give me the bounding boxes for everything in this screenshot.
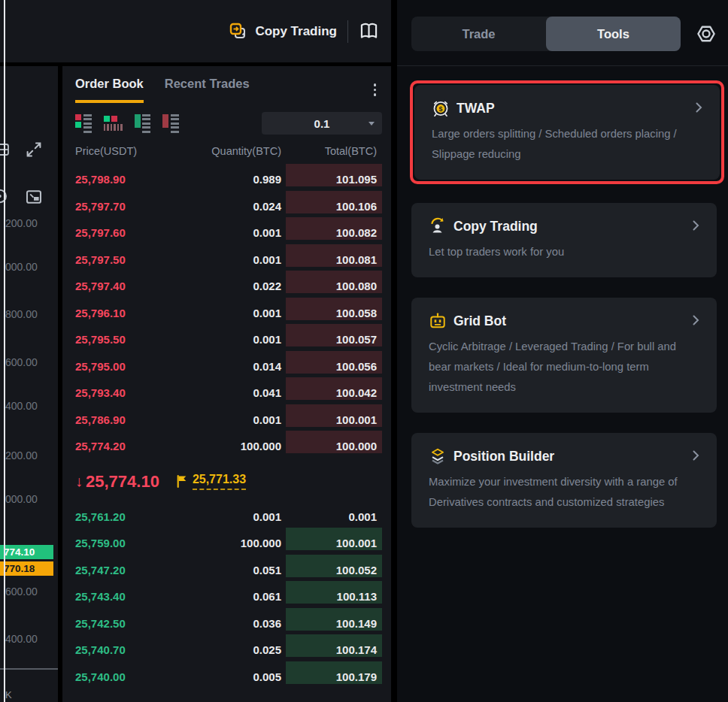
last-price-value: 25,774.10 [86,472,159,492]
orderbook-panel: Order Book Recent Trades [62,66,391,702]
card-description: Cyclic Arbitrage / Leveraged Trading / F… [429,337,699,398]
price-cell: 25,795.50 [75,333,193,346]
settings-gear-icon[interactable] [695,23,717,45]
tools-card-list: $ TWAP Large orders splitting / Schedule… [397,66,728,702]
last-price-axis-badge: 774.10 [0,545,53,559]
ask-row[interactable]: 25,797.400.022100.080 [62,273,391,300]
tools-panel-header: Trade Tools [397,0,728,66]
quantity-cell: 0.001 [193,413,281,426]
bid-row[interactable]: 25,742.500.036100.149 [62,610,391,637]
ask-row[interactable]: 25,797.500.001100.081 [62,247,391,274]
arrow-down-icon: ↓ [75,473,83,490]
ask-row[interactable]: 25,797.600.001100.082 [62,219,391,247]
orderbook-layout-default-icon[interactable] [75,114,92,133]
ask-row[interactable]: 25,798.900.989101.095 [62,166,391,193]
copy-trading-card-icon [429,217,447,235]
volume-axis-label: K [5,689,12,700]
price-axis-label: 400.00 [5,400,38,412]
total-cell: 100.001 [281,537,382,549]
chevron-right-icon [692,101,705,114]
tab-tools[interactable]: Tools [546,17,681,51]
card-position-builder[interactable]: Position Builder Maximize your investmen… [411,433,717,528]
chevron-right-icon [689,313,702,327]
col-quantity: Quantity(BTC) [193,145,281,157]
ask-row[interactable]: 25,797.700.024100.106 [62,193,391,220]
price-cell: 25,742.50 [75,617,193,630]
ask-row[interactable]: 25,795.000.014100.056 [62,353,391,380]
bid-row[interactable]: 25,759.00100.000100.001 [62,530,391,557]
flag-icon [176,475,187,488]
bid-row[interactable]: 25,747.200.051100.052 [62,557,391,584]
card-twap[interactable]: $ TWAP Large orders splitting / Schedule… [414,85,720,180]
tools-panel: Trade Tools $ [397,0,728,702]
mid-price-row: ↓ 25,774.10 25,771.33 [62,460,391,504]
ask-row[interactable]: 25,786.900.001100.001 [62,407,391,434]
mark-price-axis-badge: 770.18 [0,561,53,576]
picture-in-picture-icon[interactable] [25,188,43,206]
chart-pane-divider [0,668,58,670]
quantity-cell: 0.989 [193,173,281,186]
price-axis-label: 400.00 [5,633,38,645]
quantity-cell: 0.022 [193,280,281,292]
price-cell: 25,797.60 [75,226,193,239]
price-axis-label: 800.00 [5,308,38,320]
price-tag-icon[interactable] [0,187,11,205]
chart-price-axis: 200.00000.00800.00600.00400.00200.00000.… [0,66,58,702]
price-cell: 25,740.00 [75,670,193,683]
total-cell: 100.149 [281,617,382,630]
chevron-right-icon [689,219,702,232]
tab-order-book[interactable]: Order Book [75,77,144,103]
precision-dropdown[interactable]: 0.1 [262,112,382,135]
price-cell: 25,761.20 [75,510,193,523]
tab-recent-trades[interactable]: Recent Trades [165,77,250,103]
card-title: Grid Bot [453,313,506,329]
total-cell: 100.113 [281,590,382,603]
quantity-cell: 0.001 [193,307,281,319]
bid-row[interactable]: 25,743.400.061100.113 [62,583,391,610]
ask-rows: 25,798.900.989101.09525,797.700.024100.1… [62,166,391,460]
chevron-down-icon [369,122,375,126]
bid-row[interactable]: 25,740.700.025100.174 [62,637,391,664]
bid-rows: 25,761.200.0010.00125,759.00100.000100.0… [62,504,391,691]
ask-row[interactable]: 25,796.100.001100.058 [62,300,391,327]
price-cell: 25,797.70 [75,200,193,213]
card-copy-trading[interactable]: Copy Trading Let top traders work for yo… [411,203,717,277]
quantity-cell: 0.005 [193,670,281,683]
quantity-cell: 0.001 [193,333,281,346]
price-cell: 25,740.70 [75,643,193,656]
orderbook-more-menu-icon[interactable] [371,80,380,99]
bid-row[interactable]: 25,740.000.005100.179 [62,664,391,691]
open-book-icon[interactable] [359,21,379,41]
copy-trading-button[interactable]: Copy Trading [229,23,337,41]
copy-trading-label: Copy Trading [255,24,337,39]
orderbook-layout-asks-icon[interactable] [162,114,179,133]
expand-icon[interactable] [25,141,43,159]
chevron-right-icon [689,449,702,462]
price-axis-label: 000.00 [5,261,38,273]
last-price[interactable]: ↓ 25,774.10 [75,472,159,492]
ask-row[interactable]: 25,774.20100.000100.000 [62,433,391,460]
price-cell: 25,797.50 [75,253,193,266]
twap-highlight-border: $ TWAP Large orders splitting / Schedule… [410,80,724,184]
col-price: Price(USDT) [75,145,193,157]
price-cell: 25,759.00 [75,537,193,549]
ask-row[interactable]: 25,795.500.001100.057 [62,326,391,353]
grid-bot-icon [429,312,447,330]
quantity-cell: 100.000 [193,537,281,549]
orderbook-column-headers: Price(USDT) Quantity(BTC) Total(BTC) [75,145,382,157]
card-grid-bot[interactable]: Grid Bot Cyclic Arbitrage / Leveraged Tr… [411,298,717,413]
orderbook-layout-bids-icon[interactable] [135,114,151,133]
trade-tools-segmented-control: Trade Tools [411,17,681,51]
bid-row[interactable]: 25,761.200.0010.001 [62,504,391,531]
price-cell: 25,797.40 [75,280,193,292]
quantity-cell: 0.024 [193,200,281,213]
orderbook-layout-depth-icon[interactable] [104,116,123,131]
price-cell: 25,774.20 [75,440,193,452]
mark-price[interactable]: 25,771.33 [176,473,246,490]
tab-trade[interactable]: Trade [411,17,546,51]
price-cell: 25,798.90 [75,173,193,186]
ask-row[interactable]: 25,793.400.041100.042 [62,380,391,407]
copy-trading-icon [229,23,247,41]
price-cell: 25,795.00 [75,360,193,373]
chart-settings-icon[interactable] [0,141,11,158]
